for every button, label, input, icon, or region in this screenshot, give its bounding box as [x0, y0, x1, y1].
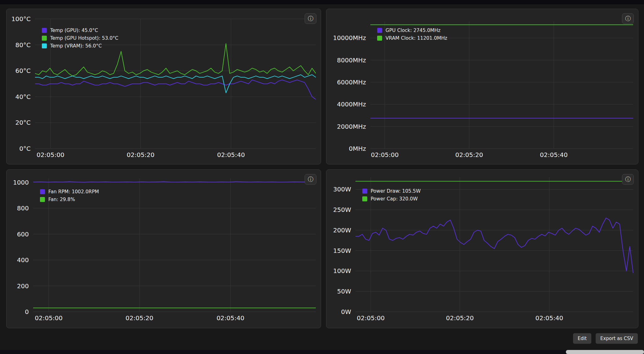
legend-item: Temp (GPU): 45.0°C: [42, 28, 118, 33]
legend-item: Fan RPM: 1002.0RPM: [40, 189, 99, 195]
x-tick-label: 02:05:00: [35, 314, 63, 322]
legend-label: VRAM Clock: 11201.0MHz: [386, 35, 447, 41]
y-tick-label: 50W: [326, 288, 351, 295]
x-tick-label: 02:05:20: [446, 314, 474, 322]
y-tick-label: 150W: [326, 247, 351, 254]
y-tick-label: 20°C: [7, 119, 31, 126]
y-tick-label: 200: [7, 282, 29, 290]
x-tick-label: 02:05:40: [217, 151, 245, 159]
info-icon: ⓘ: [308, 177, 313, 182]
y-tick-label: 0°C: [7, 145, 31, 152]
y-tick-label: 100°C: [7, 15, 31, 23]
legend-label: Power Draw: 105.5W: [371, 188, 421, 194]
legend-label: Temp (GPU): 45.0°C: [50, 28, 98, 33]
legend-label: Temp (VRAM): 56.0°C: [50, 43, 102, 49]
y-tick-label: 300W: [326, 186, 351, 193]
x-tick-label: 02:05:00: [37, 151, 64, 159]
y-tick-label: 6000MHz: [326, 78, 366, 86]
panel-temperature: ⓘ 0°C20°C40°C60°C80°C100°C02:05:0002:05:…: [6, 9, 321, 164]
legend-item: GPU Clock: 2745.0MHz: [377, 28, 447, 33]
y-tick-label: 8000MHz: [326, 56, 366, 64]
bottom-scrollbar-track: [0, 350, 644, 354]
legend-item: VRAM Clock: 11201.0MHz: [377, 35, 447, 41]
info-icon: ⓘ: [625, 177, 631, 182]
window-top-edge: [0, 0, 644, 4]
clocks-plot: [326, 9, 638, 164]
legend-swatch-icon: [42, 28, 47, 33]
y-tick-label: 800: [7, 204, 29, 212]
y-tick-label: 40°C: [7, 93, 31, 101]
info-button[interactable]: ⓘ: [305, 174, 316, 185]
series-power-draw: [355, 218, 633, 273]
legend-swatch-icon: [40, 197, 45, 202]
y-tick-label: 400: [7, 256, 29, 264]
y-tick-label: 200W: [326, 226, 351, 234]
legend-swatch-icon: [42, 36, 47, 41]
series-temp-gpu: [35, 80, 316, 100]
info-button[interactable]: ⓘ: [622, 174, 634, 185]
legend-item: Power Draw: 105.5W: [362, 188, 421, 194]
legend-swatch-icon: [362, 189, 367, 194]
x-tick-label: 02:05:20: [455, 151, 483, 159]
x-tick-label: 02:05:20: [127, 151, 155, 159]
legend-label: Fan: 29.8%: [48, 197, 75, 202]
legend-swatch-icon: [42, 43, 47, 48]
y-tick-label: 10000MHz: [326, 34, 366, 42]
x-tick-label: 02:05:00: [357, 314, 385, 322]
x-tick-label: 02:05:40: [540, 151, 568, 159]
y-tick-label: 4000MHz: [326, 101, 366, 108]
fan-chart-area: 0200400600800100002:05:0002:05:2002:05:4…: [7, 170, 321, 328]
x-tick-label: 02:05:00: [371, 151, 399, 159]
panel-clocks: ⓘ 0MHz2000MHz4000MHz6000MHz8000MHz10000M…: [326, 9, 638, 164]
power-chart-area: 0W50W100W150W200W250W300W02:05:0002:05:2…: [326, 170, 638, 328]
clocks-chart-area: 0MHz2000MHz4000MHz6000MHz8000MHz10000MHz…: [326, 9, 638, 164]
legend-swatch-icon: [40, 189, 45, 194]
y-tick-label: 250W: [326, 206, 351, 213]
y-tick-label: 2000MHz: [326, 123, 366, 130]
panel-power: ⓘ 0W50W100W150W200W250W300W02:05:0002:05…: [326, 169, 638, 328]
y-tick-label: 0W: [326, 308, 351, 316]
legend-swatch-icon: [377, 28, 382, 33]
info-button[interactable]: ⓘ: [305, 13, 316, 24]
fan-legend: Fan RPM: 1002.0RPMFan: 29.8%: [40, 189, 99, 202]
legend-item: Fan: 29.8%: [40, 197, 99, 202]
footer-bar: Edit Export as CSV: [0, 333, 644, 344]
y-tick-label: 80°C: [7, 41, 31, 49]
x-tick-label: 02:05:40: [535, 314, 563, 322]
scrollbar-thumb[interactable]: [566, 350, 644, 354]
legend-item: Temp (GPU Hotspot): 53.0°C: [42, 35, 118, 41]
y-tick-label: 1000: [7, 179, 29, 186]
legend-label: Power Cap: 320.0W: [371, 196, 418, 202]
panel-fan: ⓘ 0200400600800100002:05:0002:05:2002:05…: [6, 169, 321, 328]
legend-swatch-icon: [377, 36, 382, 41]
info-icon: ⓘ: [625, 16, 631, 21]
info-icon: ⓘ: [308, 16, 313, 21]
edit-button[interactable]: Edit: [573, 333, 591, 344]
legend-item: Power Cap: 320.0W: [362, 196, 421, 202]
y-tick-label: 600: [7, 231, 29, 238]
legend-label: GPU Clock: 2745.0MHz: [386, 28, 440, 33]
power-legend: Power Draw: 105.5WPower Cap: 320.0W: [362, 188, 421, 202]
temperature-chart-area: 0°C20°C40°C60°C80°C100°C02:05:0002:05:20…: [7, 9, 321, 164]
legend-item: Temp (VRAM): 56.0°C: [42, 43, 118, 49]
legend-swatch-icon: [362, 196, 367, 201]
y-tick-label: 0: [7, 308, 29, 316]
info-button[interactable]: ⓘ: [622, 13, 634, 24]
legend-label: Temp (GPU Hotspot): 53.0°C: [50, 35, 118, 41]
y-tick-label: 60°C: [7, 67, 31, 74]
clocks-legend: GPU Clock: 2745.0MHzVRAM Clock: 11201.0M…: [377, 28, 447, 41]
temperature-legend: Temp (GPU): 45.0°CTemp (GPU Hotspot): 53…: [42, 28, 118, 49]
legend-label: Fan RPM: 1002.0RPM: [48, 189, 99, 195]
export-csv-button[interactable]: Export as CSV: [596, 333, 638, 344]
y-tick-label: 100W: [326, 267, 351, 275]
y-tick-label: 0MHz: [326, 145, 366, 152]
charts-grid: ⓘ 0°C20°C40°C60°C80°C100°C02:05:0002:05:…: [6, 9, 638, 328]
series-fan-rpm: [33, 181, 316, 182]
x-tick-label: 02:05:40: [217, 314, 245, 322]
x-tick-label: 02:05:20: [126, 314, 153, 322]
